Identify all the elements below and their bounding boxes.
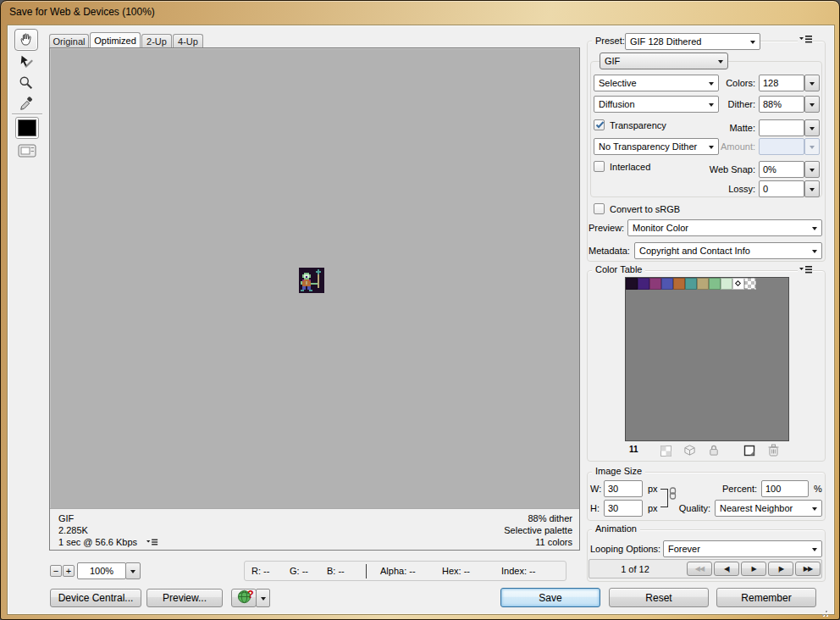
color-swatch[interactable]: [685, 278, 697, 290]
dither-readout: 88% dither: [504, 512, 572, 524]
transparency-swatch[interactable]: [744, 278, 756, 290]
width-value: 30: [608, 484, 618, 494]
first-frame-button[interactable]: ◀◀: [687, 562, 712, 576]
transparency-map-icon[interactable]: [658, 443, 673, 458]
dither-value: 88%: [763, 99, 782, 109]
save-button[interactable]: Save: [500, 588, 600, 607]
reset-label: Reset: [645, 592, 671, 604]
width-field[interactable]: 30: [604, 480, 643, 497]
optimize-menu-icon[interactable]: [798, 35, 813, 45]
transparency-checkbox[interactable]: [594, 119, 605, 130]
zoom-tool-button[interactable]: [14, 73, 38, 95]
play-button[interactable]: ▶: [741, 562, 766, 576]
tab-optimized[interactable]: Optimized: [90, 32, 141, 47]
color-swatch[interactable]: [661, 278, 673, 290]
status-menu-icon[interactable]: [146, 537, 158, 549]
blue-readout: B: --: [327, 566, 345, 576]
metadata-value: Copyright and Contact Info: [639, 246, 750, 256]
last-frame-button[interactable]: ▶▶: [795, 562, 821, 576]
color-swatch[interactable]: [721, 278, 732, 290]
chevron-down-icon: [812, 227, 817, 230]
preview-button-label: Preview...: [163, 592, 207, 604]
percent-field[interactable]: 100: [761, 480, 809, 497]
optimized-image[interactable]: [299, 268, 324, 293]
chevron-down-icon: [810, 82, 815, 86]
dither-method-value: Diffusion: [599, 99, 635, 109]
new-color-icon[interactable]: [742, 443, 757, 458]
image-canvas[interactable]: [50, 48, 579, 508]
tab-original[interactable]: Original: [49, 34, 89, 47]
looping-options-select[interactable]: Forever: [663, 540, 822, 557]
web-snap-dropdown-button[interactable]: [804, 161, 820, 178]
height-label: H:: [590, 503, 600, 513]
slice-select-tool-button[interactable]: [14, 52, 38, 74]
browser-preview-dropdown-button[interactable]: [256, 589, 270, 607]
toggle-slices-button[interactable]: [15, 142, 39, 161]
preview-in-browser-button[interactable]: Preview...: [146, 589, 223, 607]
color-swatch[interactable]: [638, 278, 649, 290]
resize-grip[interactable]: [826, 611, 827, 612]
dither-field[interactable]: 88%: [759, 96, 804, 113]
color-readout-panel: R: -- G: -- B: -- Alpha: -- Hex: -- Inde…: [244, 561, 566, 581]
colors-dropdown-button[interactable]: [804, 75, 820, 91]
width-unit: px: [648, 484, 658, 494]
plus-glyph: +: [66, 567, 71, 576]
colors-field[interactable]: 128: [759, 75, 804, 91]
delete-color-icon[interactable]: [765, 442, 781, 457]
interlaced-checkbox[interactable]: [594, 161, 605, 172]
zoom-level-value: 100%: [90, 566, 113, 576]
width-label: W:: [590, 484, 601, 494]
color-swatch[interactable]: [709, 278, 721, 290]
previous-frame-button[interactable]: ◀|: [714, 562, 739, 576]
lock-color-icon[interactable]: [706, 442, 721, 457]
preview-mode-select[interactable]: Monitor Color: [627, 219, 822, 236]
foreground-color-swatch[interactable]: [15, 117, 39, 139]
format-select[interactable]: GIF: [600, 53, 728, 69]
web-shift-cube-icon[interactable]: [682, 442, 697, 457]
color-table-menu-icon[interactable]: [798, 265, 813, 275]
next-frame-button[interactable]: |▶: [768, 562, 793, 576]
percent-unit: %: [814, 484, 822, 494]
tab-2up[interactable]: 2-Up: [141, 34, 172, 47]
animation-transport-controls: ◀◀◀|▶|▶▶▶: [687, 562, 821, 576]
browser-preview-icon-button[interactable]: ?: [231, 589, 257, 607]
matte-dropdown-button[interactable]: [804, 119, 820, 136]
zoom-level-dropdown-button[interactable]: [125, 562, 141, 579]
color-swatch[interactable]: [697, 278, 709, 290]
preset-select[interactable]: GIF 128 Dithered: [625, 33, 760, 50]
save-label: Save: [539, 592, 561, 604]
remember-label: Remember: [741, 592, 791, 604]
reset-button[interactable]: Reset: [609, 588, 709, 607]
index-readout: Index: --: [501, 566, 535, 576]
color-swatch[interactable]: [649, 278, 661, 290]
lossy-dropdown-button[interactable]: [804, 180, 820, 197]
hand-tool-button[interactable]: [14, 29, 38, 51]
device-central-button[interactable]: Device Central...: [50, 589, 141, 607]
format-value: GIF: [605, 56, 620, 66]
color-swatch[interactable]: [673, 278, 685, 290]
zoom-out-button[interactable]: −: [50, 565, 62, 577]
quality-select[interactable]: Nearest Neighbor: [715, 500, 822, 517]
color-table-title: Color Table: [592, 264, 645, 274]
color-swatch[interactable]: [626, 278, 638, 290]
filesize-readout: 2.285K: [58, 524, 158, 536]
colors-value: 128: [763, 78, 778, 88]
metadata-select[interactable]: Copyright and Contact Info: [634, 242, 822, 259]
quality-label: Quality:: [626, 503, 710, 513]
convert-srgb-checkbox[interactable]: [594, 203, 605, 214]
slice-select-icon: [19, 54, 34, 71]
web-snap-field[interactable]: 0%: [759, 161, 804, 178]
web-snap-value: 0%: [763, 164, 776, 174]
zoom-level-field[interactable]: 100%: [77, 562, 126, 579]
amount-label: Amount:: [671, 141, 755, 152]
animation-title: Animation: [592, 523, 640, 534]
tab-4up[interactable]: 4-Up: [173, 34, 203, 47]
dither-dropdown-button[interactable]: [804, 96, 820, 113]
preset-label: Preset:: [592, 36, 628, 46]
remember-button[interactable]: Remember: [716, 588, 816, 607]
matte-field[interactable]: [759, 119, 804, 136]
lossy-field[interactable]: 0: [759, 180, 804, 197]
zoom-in-button[interactable]: +: [63, 565, 75, 577]
preview-frame: GIF 2.285K 1 sec @ 56.6 Kbps 88% dither …: [49, 47, 580, 551]
color-swatch[interactable]: [732, 278, 744, 290]
